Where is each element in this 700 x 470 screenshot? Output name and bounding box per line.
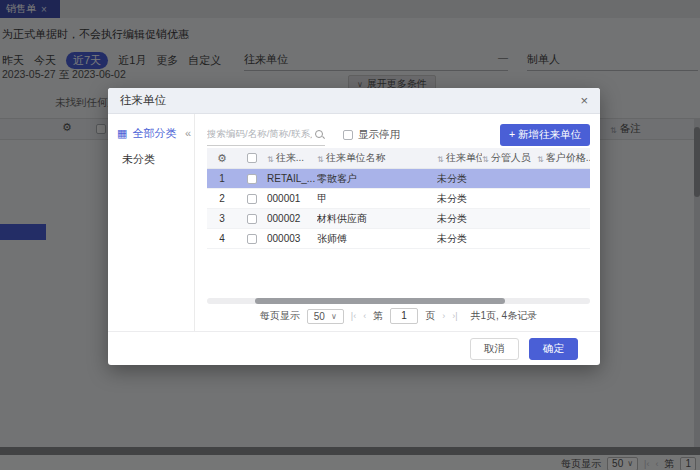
search-input[interactable]: 搜索编码/名称/简称/联系人/联系 <box>207 125 325 146</box>
header-label: 客户价格... <box>546 151 590 165</box>
sort-icon <box>267 153 274 164</box>
row-checkbox[interactable] <box>247 174 257 184</box>
table-horizontal-scrollbar[interactable] <box>207 298 590 304</box>
add-partner-button[interactable]: + 新增往来单位 <box>500 124 590 146</box>
modal-pagination: 每页显示 50 第 1 页 共1页, 4条记录 <box>207 308 590 324</box>
cell-code: 000003 <box>267 233 317 244</box>
modal-close-icon[interactable] <box>580 94 588 107</box>
cell-code: 000001 <box>267 193 317 204</box>
cell-category: 未分类 <box>437 212 482 226</box>
header-label: 往来... <box>276 151 304 165</box>
all-categories-label: 全部分类 <box>132 126 176 141</box>
partner-select-modal: 往来单位 全部分类 未分类 搜索编码/名称/简称/联系人/联系 <box>108 88 600 365</box>
cell-category: 未分类 <box>437 172 482 186</box>
column-header-code[interactable]: 往来... <box>267 151 317 165</box>
cell-name: 甲 <box>317 192 437 206</box>
cell-code: RETAIL_... <box>267 173 317 184</box>
show-disabled-label: 显示停用 <box>358 128 400 142</box>
header-label: 分管人员 <box>491 151 531 165</box>
column-header-category[interactable]: 往来单位... <box>437 151 482 165</box>
column-header-price[interactable]: 客户价格... <box>537 151 590 165</box>
modal-title: 往来单位 <box>120 93 166 108</box>
cell-name: 材料供应商 <box>317 212 437 226</box>
table-scrollbar-thumb[interactable] <box>255 298 505 304</box>
column-settings-gear-icon[interactable] <box>207 152 237 165</box>
row-index: 1 <box>207 173 237 184</box>
confirm-button[interactable]: 确定 <box>529 338 578 360</box>
search-icon <box>315 130 325 140</box>
table-row[interactable]: 3 000002 材料供应商 未分类 <box>207 209 590 229</box>
sidebar-item-uncategorized[interactable]: 未分类 <box>122 152 155 167</box>
prev-page-icon[interactable] <box>363 311 366 321</box>
cell-category: 未分类 <box>437 192 482 206</box>
select-all-checkbox[interactable] <box>247 153 257 163</box>
category-sidebar: 全部分类 未分类 <box>108 114 195 331</box>
row-checkbox[interactable] <box>247 214 257 224</box>
partner-table: 往来... 往来单位名称 往来单位... 分管人员 <box>207 148 590 249</box>
chevron-down-icon <box>331 312 337 321</box>
modal-main: 搜索编码/名称/简称/联系人/联系 显示停用 + 新增往来单位 <box>195 114 600 331</box>
row-index: 4 <box>207 233 237 244</box>
last-page-icon[interactable] <box>452 311 457 321</box>
page-number-input[interactable]: 1 <box>390 308 418 324</box>
modal-header: 往来单位 <box>108 88 600 114</box>
cancel-button[interactable]: 取消 <box>470 338 519 360</box>
column-header-manager[interactable]: 分管人员 <box>482 151 537 165</box>
table-row[interactable]: 1 RETAIL_... 零散客户 未分类 <box>207 169 590 189</box>
header-label: 往来单位名称 <box>326 151 386 165</box>
modal-body: 全部分类 未分类 搜索编码/名称/简称/联系人/联系 显示停用 + 新增往来单位 <box>108 114 600 331</box>
sort-icon <box>317 153 324 164</box>
search-placeholder: 搜索编码/名称/简称/联系人/联系 <box>207 128 312 141</box>
modal-footer: 取消 确定 <box>108 331 600 365</box>
sort-icon <box>437 153 444 164</box>
table-header-row: 往来... 往来单位名称 往来单位... 分管人员 <box>207 148 590 169</box>
row-checkbox[interactable] <box>247 234 257 244</box>
next-page-icon[interactable] <box>442 311 445 321</box>
sort-icon <box>537 153 544 164</box>
collapse-sidebar-icon[interactable] <box>185 127 191 139</box>
cell-name: 张师傅 <box>317 232 437 246</box>
header-label: 往来单位... <box>446 151 482 165</box>
modal-toolbar: 搜索编码/名称/简称/联系人/联系 显示停用 + 新增往来单位 <box>207 122 590 148</box>
sort-icon <box>482 153 489 164</box>
row-checkbox[interactable] <box>247 194 257 204</box>
sidebar-item-all-categories[interactable]: 全部分类 <box>117 126 176 141</box>
cell-category: 未分类 <box>437 232 482 246</box>
per-page-select[interactable]: 50 <box>307 309 344 324</box>
cell-code: 000002 <box>267 213 317 224</box>
cell-name: 零散客户 <box>317 172 437 186</box>
show-disabled-toggle[interactable]: 显示停用 <box>343 128 400 142</box>
row-index: 2 <box>207 193 237 204</box>
grid-icon <box>117 127 127 140</box>
pagination-total-text: 共1页, 4条记录 <box>470 309 537 323</box>
page-jump-prefix: 第 <box>373 309 383 323</box>
table-row[interactable]: 4 000003 张师傅 未分类 <box>207 229 590 249</box>
first-page-icon[interactable] <box>351 311 356 321</box>
per-page-label: 每页显示 <box>260 309 300 323</box>
show-disabled-checkbox[interactable] <box>343 130 353 140</box>
app-root: 销售单 为正式单据时，不会执行编辑促销优惠 昨天 今天 近7天 近1月 更多 自… <box>0 0 700 470</box>
table-row[interactable]: 2 000001 甲 未分类 <box>207 189 590 209</box>
row-index: 3 <box>207 213 237 224</box>
page-jump-suffix: 页 <box>425 309 435 323</box>
column-header-name[interactable]: 往来单位名称 <box>317 151 437 165</box>
per-page-value: 50 <box>314 311 325 322</box>
